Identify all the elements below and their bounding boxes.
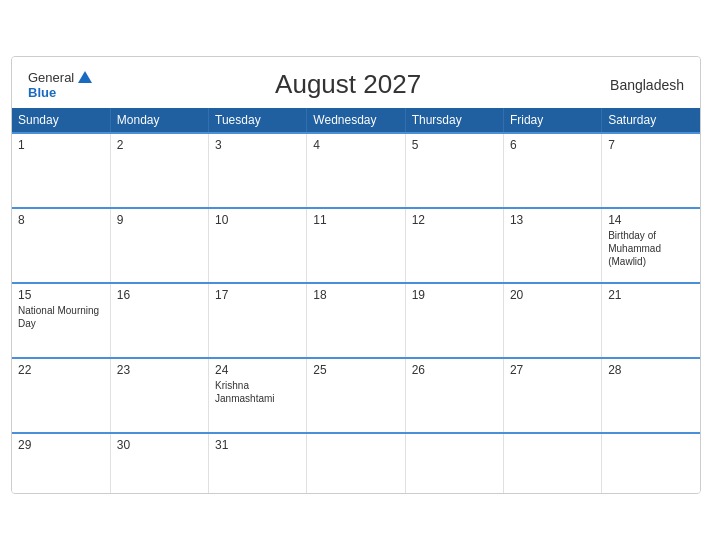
weekday-header-thursday: Thursday — [405, 108, 503, 133]
day-number: 27 — [510, 363, 595, 377]
day-number: 22 — [18, 363, 104, 377]
day-cell: 6 — [503, 133, 601, 208]
day-number: 19 — [412, 288, 497, 302]
day-number: 5 — [412, 138, 497, 152]
day-cell: 26 — [405, 358, 503, 433]
day-cell: 2 — [110, 133, 208, 208]
day-cell: 29 — [12, 433, 110, 493]
day-cell: 3 — [209, 133, 307, 208]
calendar-grid: SundayMondayTuesdayWednesdayThursdayFrid… — [12, 108, 700, 493]
day-cell: 9 — [110, 208, 208, 283]
weekday-header-monday: Monday — [110, 108, 208, 133]
day-event: Birthday of Muhammad (Mawlid) — [608, 230, 661, 267]
day-cell: 8 — [12, 208, 110, 283]
day-cell: 23 — [110, 358, 208, 433]
day-cell: 31 — [209, 433, 307, 493]
day-number: 20 — [510, 288, 595, 302]
weekday-header-tuesday: Tuesday — [209, 108, 307, 133]
day-number: 29 — [18, 438, 104, 452]
day-number: 15 — [18, 288, 104, 302]
day-cell: 25 — [307, 358, 405, 433]
day-cell: 14Birthday of Muhammad (Mawlid) — [602, 208, 700, 283]
day-number: 26 — [412, 363, 497, 377]
day-number: 13 — [510, 213, 595, 227]
calendar-country: Bangladesh — [604, 77, 684, 93]
day-cell: 17 — [209, 283, 307, 358]
day-number: 10 — [215, 213, 300, 227]
day-number: 30 — [117, 438, 202, 452]
day-number: 25 — [313, 363, 398, 377]
week-row-3: 222324Krishna Janmashtami25262728 — [12, 358, 700, 433]
day-cell: 20 — [503, 283, 601, 358]
day-cell — [503, 433, 601, 493]
weekday-header-saturday: Saturday — [602, 108, 700, 133]
day-cell — [405, 433, 503, 493]
day-cell: 24Krishna Janmashtami — [209, 358, 307, 433]
day-number: 7 — [608, 138, 694, 152]
day-number: 31 — [215, 438, 300, 452]
day-number: 18 — [313, 288, 398, 302]
day-cell: 10 — [209, 208, 307, 283]
day-cell: 7 — [602, 133, 700, 208]
day-cell — [602, 433, 700, 493]
day-number: 4 — [313, 138, 398, 152]
day-number: 12 — [412, 213, 497, 227]
day-cell: 15National Mourning Day — [12, 283, 110, 358]
day-cell: 30 — [110, 433, 208, 493]
day-cell: 13 — [503, 208, 601, 283]
logo-blue-text: Blue — [28, 85, 56, 100]
week-row-0: 1234567 — [12, 133, 700, 208]
day-cell — [307, 433, 405, 493]
week-row-2: 15National Mourning Day161718192021 — [12, 283, 700, 358]
day-number: 9 — [117, 213, 202, 227]
day-number: 21 — [608, 288, 694, 302]
day-number: 16 — [117, 288, 202, 302]
day-cell: 12 — [405, 208, 503, 283]
logo-triangle-icon — [78, 71, 92, 83]
day-number: 14 — [608, 213, 694, 227]
day-number: 11 — [313, 213, 398, 227]
day-number: 24 — [215, 363, 300, 377]
day-number: 6 — [510, 138, 595, 152]
day-number: 17 — [215, 288, 300, 302]
weekday-header-row: SundayMondayTuesdayWednesdayThursdayFrid… — [12, 108, 700, 133]
day-cell: 1 — [12, 133, 110, 208]
day-number: 1 — [18, 138, 104, 152]
weekday-header-sunday: Sunday — [12, 108, 110, 133]
day-cell: 27 — [503, 358, 601, 433]
day-cell: 4 — [307, 133, 405, 208]
weekday-header-wednesday: Wednesday — [307, 108, 405, 133]
day-cell: 16 — [110, 283, 208, 358]
week-row-1: 891011121314Birthday of Muhammad (Mawlid… — [12, 208, 700, 283]
day-number: 8 — [18, 213, 104, 227]
day-event: National Mourning Day — [18, 305, 99, 329]
calendar-header: General Blue August 2027 Bangladesh — [12, 57, 700, 108]
day-cell: 22 — [12, 358, 110, 433]
weekday-header-friday: Friday — [503, 108, 601, 133]
day-cell: 19 — [405, 283, 503, 358]
day-event: Krishna Janmashtami — [215, 380, 274, 404]
day-cell: 5 — [405, 133, 503, 208]
day-number: 3 — [215, 138, 300, 152]
logo: General Blue — [28, 70, 92, 100]
calendar-container: General Blue August 2027 Bangladesh Sund… — [11, 56, 701, 494]
calendar-title: August 2027 — [92, 69, 604, 100]
logo-general-text: General — [28, 70, 74, 85]
day-cell: 18 — [307, 283, 405, 358]
day-number: 23 — [117, 363, 202, 377]
day-cell: 21 — [602, 283, 700, 358]
day-number: 28 — [608, 363, 694, 377]
day-number: 2 — [117, 138, 202, 152]
day-cell: 28 — [602, 358, 700, 433]
week-row-4: 293031 — [12, 433, 700, 493]
day-cell: 11 — [307, 208, 405, 283]
